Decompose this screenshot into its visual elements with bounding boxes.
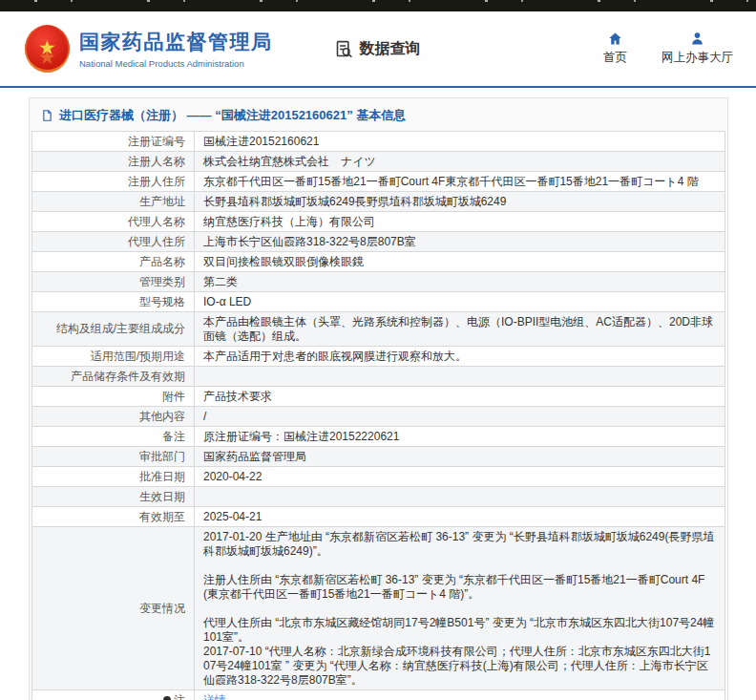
row-value: 株式会社纳宜慈株式会社 ナイツ — [195, 152, 725, 172]
row-label: 代理人名称 — [32, 212, 195, 232]
document-icon — [41, 109, 53, 122]
agency-name: 国家药品监督管理局 — [79, 29, 273, 55]
row-value: 第二类 — [195, 272, 725, 292]
table-row: 结构及组成/主要组成成分本产品由检眼镜主体（头罩、光路系统和控制器）、电源（IO… — [32, 312, 725, 347]
national-emblem-icon: ★ — [25, 25, 70, 73]
table-row: 型号规格IO-α LED — [32, 292, 725, 312]
row-value: 纳宜慈医疗科技（上海）有限公司 — [195, 212, 725, 232]
row-value: 2025-04-21 — [195, 507, 725, 527]
table-row: 审批部门国家药品监督管理局 — [32, 447, 725, 467]
row-label: 有效期至 — [32, 507, 195, 527]
nav-service-hall[interactable]: 网上办事大厅 — [662, 32, 733, 66]
table-row: 注册人名称株式会社纳宜慈株式会社 ナイツ — [32, 152, 725, 172]
note-icon — [163, 696, 171, 700]
row-label: 型号规格 — [32, 292, 195, 312]
site-header: ★ 国家药品监督管理局 National Medical Products Ad… — [0, 11, 756, 86]
row-value: IO-α LED — [195, 292, 725, 312]
table-row: 生效日期 — [32, 487, 725, 507]
row-label: 注册人住所 — [32, 172, 195, 192]
table-row: 产品名称双目间接检眼镜双眼倒像検眼鏡 — [32, 252, 725, 272]
row-value: 国械注进20152160621 — [195, 132, 725, 152]
row-label: 生产地址 — [32, 192, 195, 212]
table-row: 批准日期2020-04-22 — [32, 467, 725, 487]
row-value: 产品技术要求 — [195, 387, 725, 407]
row-value: 详情 — [195, 690, 725, 700]
nav-service-hall-label: 网上办事大厅 — [662, 50, 733, 66]
row-value: / — [195, 407, 725, 427]
table-row: 生产地址长野县埴科郡坂城町坂城6249長野県埴科郡坂城町坂城6249 — [32, 192, 725, 212]
agency-title-block: 国家药品监督管理局 National Medical Products Admi… — [79, 29, 273, 69]
nav-home[interactable]: 首页 — [603, 32, 627, 66]
table-row: 其他内容/ — [32, 407, 725, 427]
data-query-module[interactable]: 数据查询 — [334, 39, 421, 59]
page-title: 进口医疗器械（注册） —— “国械注进20152160621” 基本信息 — [30, 98, 727, 131]
content-panel: 进口医疗器械（注册） —— “国械注进20152160621” 基本信息 注册证… — [29, 97, 728, 700]
row-value: 2017-01-20 生产地址由 “东京都新宿区若松町 36-13” 变更为 “… — [195, 527, 725, 690]
row-label: 适用范围/预期用途 — [32, 347, 195, 367]
row-value: 上海市长宁区仙霞路318-322号8层807B室 — [195, 232, 725, 252]
row-label: 注册人名称 — [32, 152, 195, 172]
row-value — [195, 487, 725, 507]
row-label: 管理类别 — [32, 272, 195, 292]
table-row: 代理人名称纳宜慈医疗科技（上海）有限公司 — [32, 212, 725, 232]
row-value: 长野县埴科郡坂城町坂城6249長野県埴科郡坂城町坂城6249 — [195, 192, 725, 212]
user-icon — [690, 32, 704, 46]
row-label: 附件 — [32, 387, 195, 407]
table-row: 代理人住所上海市长宁区仙霞路318-322号8层807B室 — [32, 232, 725, 252]
row-label: 备注 — [32, 427, 195, 447]
row-label: 产品名称 — [32, 252, 195, 272]
row-value: 东京都千代田区一番町15番地21一番町Court 4F東京都千代田区一番町15番… — [195, 172, 725, 192]
table-row: 变更情况2017-01-20 生产地址由 “东京都新宿区若松町 36-13” 变… — [32, 527, 725, 690]
emblem-star-icon: ★ — [38, 37, 56, 57]
table-row: 注册人住所东京都千代田区一番町15番地21一番町Court 4F東京都千代田区一… — [32, 172, 725, 192]
table-row: 备注原注册证编号：国械注进20152220621 — [32, 427, 725, 447]
detail-link[interactable]: 详情 — [203, 693, 226, 700]
row-label: 结构及组成/主要组成成分 — [32, 312, 195, 347]
row-label: 注册证编号 — [32, 132, 195, 152]
table-row: 注册证编号国械注进20152160621 — [32, 132, 725, 152]
row-label: 其他内容 — [32, 407, 195, 427]
table-row: 适用范围/预期用途本产品适用于对患者的眼底视网膜进行观察和放大。 — [32, 347, 725, 367]
row-label: 批准日期 — [32, 467, 195, 487]
home-icon — [608, 32, 622, 46]
page-title-text: 进口医疗器械（注册） —— “国械注进20152160621” 基本信息 — [59, 107, 406, 124]
row-label: 变更情况 — [32, 527, 195, 690]
row-label: 注 — [32, 690, 195, 700]
info-table: 注册证编号国械注进20152160621注册人名称株式会社纳宜慈株式会社 ナイツ… — [32, 131, 725, 700]
row-label: 产品储存条件及有效期 — [32, 367, 195, 387]
data-query-icon — [334, 39, 354, 59]
table-row: 注详情 — [32, 690, 725, 700]
nav-home-label: 首页 — [603, 50, 627, 66]
row-value — [195, 367, 725, 387]
data-query-label: 数据查询 — [360, 39, 421, 59]
table-row: 管理类别第二类 — [32, 272, 725, 292]
row-value: 2020-04-22 — [195, 467, 725, 487]
row-label: 审批部门 — [32, 447, 195, 467]
browser-chrome-remnant — [0, 0, 756, 11]
row-value: 本产品适用于对患者的眼底视网膜进行观察和放大。 — [195, 347, 725, 367]
header-nav: 首页 网上办事大厅 — [603, 32, 733, 66]
header-divider — [0, 86, 756, 88]
row-value: 本产品由检眼镜主体（头罩、光路系统和控制器）、电源（IO-BPII型电池组、AC… — [195, 312, 725, 347]
row-value: 原注册证编号：国械注进20152220621 — [195, 427, 725, 447]
table-row: 产品储存条件及有效期 — [32, 367, 725, 387]
row-label: 生效日期 — [32, 487, 195, 507]
row-value: 国家药品监督管理局 — [195, 447, 725, 467]
row-value: 双目间接检眼镜双眼倒像検眼鏡 — [195, 252, 725, 272]
info-table-body: 注册证编号国械注进20152160621注册人名称株式会社纳宜慈株式会社 ナイツ… — [32, 132, 725, 700]
nmpa-logo[interactable]: ★ 国家药品监督管理局 National Medical Products Ad… — [25, 25, 273, 73]
row-label: 代理人住所 — [32, 232, 195, 252]
table-row: 附件产品技术要求 — [32, 387, 725, 407]
table-row: 有效期至2025-04-21 — [32, 507, 725, 527]
agency-name-en: National Medical Products Administration — [79, 58, 273, 69]
